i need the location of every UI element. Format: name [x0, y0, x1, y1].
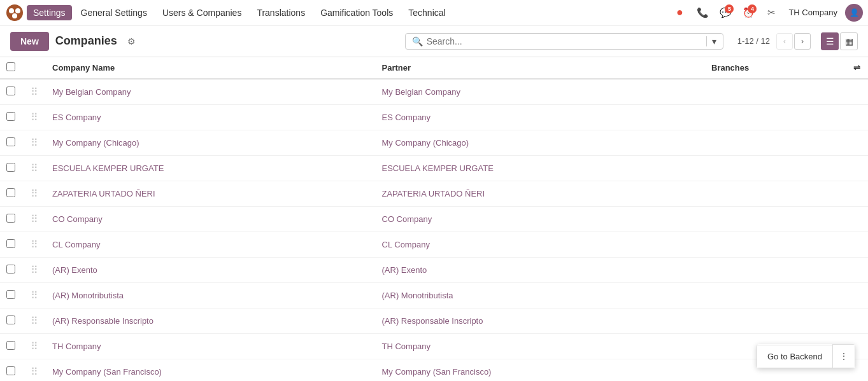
goto-more-button[interactable]: ⋮	[832, 344, 855, 368]
row-drag-handle[interactable]: ⠿	[23, 79, 46, 105]
gear-icon[interactable]: ⚙	[127, 36, 136, 46]
row-checkbox[interactable]	[6, 239, 15, 248]
row-checkbox[interactable]	[6, 290, 15, 299]
user-avatar[interactable]: 👤	[845, 4, 863, 22]
row-branches	[705, 181, 845, 207]
nav-item-technical[interactable]: Technical	[402, 5, 452, 20]
row-branches	[705, 79, 845, 105]
row-checkbox[interactable]	[6, 188, 15, 197]
row-partner[interactable]: ESCUELA KEMPER URGATE	[376, 156, 706, 181]
row-company-name[interactable]: (AR) Monotributista	[46, 283, 376, 308]
row-checkbox[interactable]	[6, 315, 15, 324]
th-branches: Branches	[705, 57, 845, 79]
row-partner[interactable]: CO Company	[376, 207, 706, 232]
svg-point-3	[12, 13, 17, 18]
clock-icon[interactable]: ⏰ 4	[739, 3, 758, 22]
table-row: ⠿ My Company (Chicago) My Company (Chica…	[0, 130, 868, 156]
row-spacer	[845, 258, 868, 283]
row-checkbox-cell	[0, 156, 23, 181]
table-row: ⠿ CL Company CL Company	[0, 232, 868, 258]
row-company-name[interactable]: (AR) Responsable Inscripto	[46, 308, 376, 334]
row-checkbox[interactable]	[6, 137, 15, 146]
row-partner[interactable]: (AR) Monotributista	[376, 283, 706, 308]
row-branches	[705, 308, 845, 334]
row-partner[interactable]: ES Company	[376, 105, 706, 130]
row-drag-handle[interactable]: ⠿	[23, 258, 46, 283]
row-checkbox[interactable]	[6, 341, 15, 350]
table-row: ⠿ CO Company CO Company	[0, 207, 868, 232]
row-company-name[interactable]: My Company (Chicago)	[46, 130, 376, 156]
search-dropdown-button[interactable]: ▾	[706, 36, 716, 46]
table-row: ⠿ (AR) Monotributista (AR) Monotributist…	[0, 283, 868, 308]
new-button[interactable]: New	[10, 32, 49, 51]
row-drag-handle[interactable]: ⠿	[23, 105, 46, 130]
row-spacer	[845, 308, 868, 334]
row-drag-handle[interactable]: ⠿	[23, 130, 46, 156]
row-drag-handle[interactable]: ⠿	[23, 308, 46, 334]
row-drag-handle[interactable]: ⠿	[23, 232, 46, 258]
table-row: ⠿ (AR) Responsable Inscripto (AR) Respon…	[0, 308, 868, 334]
status-dot-icon[interactable]: ●	[670, 3, 689, 22]
kanban-view-button[interactable]: ▦	[840, 32, 858, 50]
row-partner[interactable]: (AR) Responsable Inscripto	[376, 308, 706, 334]
row-drag-handle[interactable]: ⠿	[23, 207, 46, 232]
row-drag-handle[interactable]: ⠿	[23, 283, 46, 308]
row-company-name[interactable]: ZAPATERIA URTADO ÑERI	[46, 181, 376, 207]
row-company-name[interactable]: (AR) Exento	[46, 258, 376, 283]
table-row: ⠿ TH Company TH Company	[0, 334, 868, 359]
pagination-prev-button[interactable]: ‹	[776, 33, 793, 50]
scissors-icon[interactable]: ✂	[762, 3, 781, 22]
nav-item-translations[interactable]: Translations	[250, 5, 311, 20]
row-checkbox[interactable]	[6, 265, 15, 274]
row-checkbox[interactable]	[6, 87, 15, 95]
row-drag-handle[interactable]: ⠿	[23, 359, 46, 382]
th-column-adjust[interactable]: ⇌	[845, 57, 868, 79]
table-row: ⠿ ES Company ES Company	[0, 105, 868, 130]
nav-item-users-companies[interactable]: Users & Companies	[156, 5, 248, 20]
row-company-name[interactable]: My Belgian Company	[46, 79, 376, 105]
list-view-button[interactable]: ☰	[821, 32, 839, 50]
company-name[interactable]: TH Company	[785, 8, 841, 17]
search-box: 🔍 ▾	[405, 33, 723, 50]
row-branches	[705, 130, 845, 156]
row-branches	[705, 207, 845, 232]
select-all-checkbox[interactable]	[6, 62, 15, 71]
odoo-logo[interactable]	[5, 3, 24, 22]
row-company-name[interactable]: ES Company	[46, 105, 376, 130]
row-checkbox[interactable]	[6, 214, 15, 223]
row-checkbox-cell	[0, 308, 23, 334]
row-company-name[interactable]: My Company (San Francisco)	[46, 359, 376, 382]
row-partner[interactable]: My Company (San Francisco)	[376, 359, 706, 382]
row-partner[interactable]: CL Company	[376, 232, 706, 258]
row-company-name[interactable]: CO Company	[46, 207, 376, 232]
row-partner[interactable]: My Company (Chicago)	[376, 130, 706, 156]
row-partner[interactable]: ZAPATERIA URTADO ÑERI	[376, 181, 706, 207]
row-partner[interactable]: TH Company	[376, 334, 706, 359]
nav-item-general-settings[interactable]: General Settings	[75, 5, 153, 20]
row-spacer	[845, 207, 868, 232]
nav-item-gamification-tools[interactable]: Gamification Tools	[314, 5, 399, 20]
row-checkbox[interactable]	[6, 112, 15, 121]
row-checkbox-cell	[0, 283, 23, 308]
row-partner[interactable]: My Belgian Company	[376, 79, 706, 105]
row-partner[interactable]: (AR) Exento	[376, 258, 706, 283]
svg-point-2	[15, 8, 20, 13]
search-input[interactable]	[427, 36, 706, 46]
goto-backend-button[interactable]: Go to Backend	[757, 345, 832, 368]
row-drag-handle[interactable]: ⠿	[23, 334, 46, 359]
nav-item-settings[interactable]: Settings	[27, 5, 72, 20]
row-company-name[interactable]: ESCUELA KEMPER URGATE	[46, 156, 376, 181]
row-drag-handle[interactable]: ⠿	[23, 181, 46, 207]
pagination-next-button[interactable]: ›	[794, 33, 811, 50]
row-company-name[interactable]: CL Company	[46, 232, 376, 258]
row-drag-handle[interactable]: ⠿	[23, 156, 46, 181]
chat-icon[interactable]: 💬 5	[716, 3, 735, 22]
bottom-bar: Go to Backend ⋮	[757, 344, 855, 368]
row-checkbox-cell	[0, 207, 23, 232]
row-company-name[interactable]: TH Company	[46, 334, 376, 359]
phone-icon[interactable]: 📞	[693, 3, 712, 22]
row-checkbox[interactable]	[6, 163, 15, 172]
view-toggle: ☰ ▦	[821, 32, 858, 50]
row-checkbox[interactable]	[6, 366, 15, 375]
th-company-name: Company Name	[46, 57, 376, 79]
